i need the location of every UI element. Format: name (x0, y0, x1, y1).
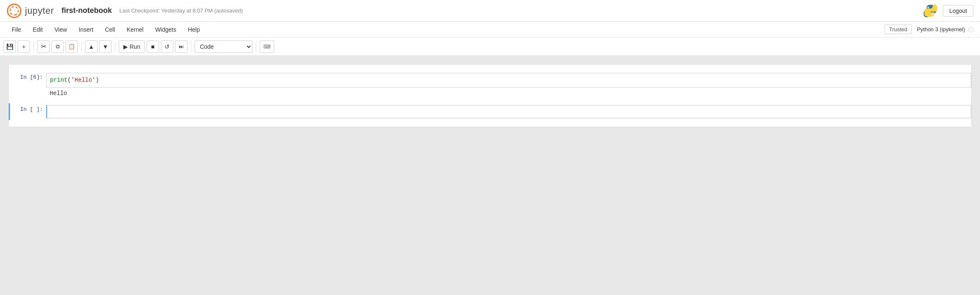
active-cell-marker (9, 103, 10, 120)
toolbar-separator-5 (256, 41, 256, 52)
toolbar-separator-3 (115, 41, 115, 52)
menu-widgets[interactable]: Widgets (150, 25, 181, 35)
kernel-status-dot (968, 27, 973, 32)
menu-help[interactable]: Help (183, 25, 205, 35)
cell-1-code: print('Hello') (50, 77, 99, 83)
kernel-info: Python 3 (ipykernel) (917, 26, 973, 32)
copy-icon: ⧉ (56, 43, 60, 50)
add-cell-button[interactable]: + (18, 40, 30, 53)
menu-right: Trusted Python 3 (ipykernel) (885, 25, 973, 34)
notebook-area: In [6]: print('Hello') Hello In [ ]: (0, 56, 980, 295)
jupyter-brand-text: jupyter (25, 5, 54, 16)
print-keyword: print (50, 77, 68, 83)
paste-button[interactable]: 📋 (65, 40, 78, 53)
cell-1-output-text: Hello (46, 88, 70, 98)
plus-icon: + (22, 43, 25, 50)
fast-forward-icon: ⏭ (179, 44, 184, 50)
menu-insert[interactable]: Insert (74, 25, 98, 35)
svg-point-1 (8, 5, 20, 16)
paste-icon: 📋 (68, 43, 75, 50)
menu-cell[interactable]: Cell (100, 25, 120, 35)
navbar-left: jupyter first-notebook Last Checkpoint: … (7, 3, 243, 18)
restart-icon: ↺ (165, 43, 170, 50)
cell-type-select[interactable]: Code Markdown Raw NBConvert Heading (195, 40, 252, 53)
jupyter-logo: jupyter (7, 3, 54, 18)
cell-1-output: Hello (9, 88, 971, 98)
cut-icon: ✂ (41, 42, 46, 50)
restart-button[interactable]: ↺ (161, 40, 173, 53)
string-hello: 'Hello' (71, 77, 95, 83)
toolbar: 💾 + ✂ ⧉ 📋 ▲ ▼ ▶ Run ■ ↺ ⏭ Code Markdown … (0, 38, 980, 56)
notebook-container: In [6]: print('Hello') Hello In [ ]: (8, 64, 972, 127)
move-up-icon: ▲ (88, 43, 94, 50)
menu-file[interactable]: File (7, 25, 26, 35)
menu-bar: File Edit View Insert Cell Kernel Widget… (0, 22, 980, 38)
notebook-title[interactable]: first-notebook (62, 6, 112, 15)
navbar-right: Logout (923, 3, 973, 18)
copy-button[interactable]: ⧉ (51, 40, 64, 53)
toolbar-separator-4 (191, 41, 191, 52)
keyboard-shortcuts-button[interactable]: ⌨ (260, 40, 274, 53)
stop-button[interactable]: ■ (147, 40, 159, 53)
top-navbar: jupyter first-notebook Last Checkpoint: … (0, 0, 980, 22)
menu-edit[interactable]: Edit (28, 25, 48, 35)
save-button[interactable]: 💾 (3, 40, 16, 53)
cell-1-input[interactable]: print('Hello') (46, 73, 971, 88)
cell-divider (9, 100, 971, 103)
cell-1-content: In [6]: print('Hello') (9, 73, 971, 88)
cell-1-label: In [6]: (9, 73, 46, 80)
move-up-button[interactable]: ▲ (85, 40, 98, 53)
close-paren: ) (95, 77, 99, 83)
stop-icon: ■ (151, 43, 154, 50)
trusted-badge[interactable]: Trusted (885, 25, 912, 34)
run-triangle-icon: ▶ (123, 43, 128, 50)
move-down-icon: ▼ (102, 43, 108, 50)
python-logo-icon (923, 3, 938, 18)
fast-forward-button[interactable]: ⏭ (175, 40, 188, 53)
move-down-button[interactable]: ▼ (99, 40, 112, 53)
cell-2-input[interactable] (46, 105, 971, 118)
cell-2-label: In [ ]: (9, 105, 46, 112)
run-button[interactable]: ▶ Run (119, 40, 145, 53)
save-icon: 💾 (6, 43, 13, 50)
menu-kernel[interactable]: Kernel (122, 25, 148, 35)
keyboard-icon: ⌨ (263, 44, 270, 50)
toolbar-separator-1 (33, 41, 34, 52)
svg-point-3 (932, 13, 934, 15)
menu-view[interactable]: View (50, 25, 72, 35)
svg-point-2 (928, 7, 929, 8)
cell-1[interactable]: In [6]: print('Hello') Hello (9, 71, 971, 100)
kernel-name: Python 3 (ipykernel) (917, 26, 965, 32)
cell-2-content: In [ ]: (9, 105, 971, 118)
run-label: Run (130, 43, 140, 50)
cell-2[interactable]: In [ ]: (9, 103, 971, 120)
toolbar-separator-2 (81, 41, 82, 52)
menu-items: File Edit View Insert Cell Kernel Widget… (7, 25, 205, 35)
logout-button[interactable]: Logout (943, 5, 973, 17)
cut-button[interactable]: ✂ (37, 40, 50, 53)
jupyter-logo-icon (7, 3, 22, 18)
checkpoint-text: Last Checkpoint: Yesterday at 8:07 PM (a… (120, 8, 243, 14)
